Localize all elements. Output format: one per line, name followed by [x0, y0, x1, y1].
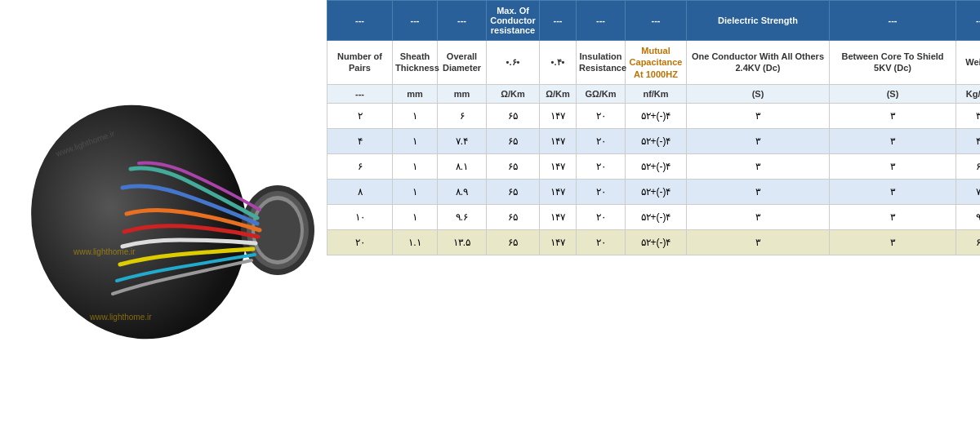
th-col10-mid: Weight: [956, 41, 981, 85]
th-col3-mid: Overall Diameter: [438, 41, 487, 85]
cell-row5-col3: ۶۵: [487, 229, 540, 255]
cell-row4-col6: ۵۲+(-)۴: [626, 204, 687, 229]
cell-row4-col7: ۳: [687, 204, 830, 229]
cell-row1-col1: ۱: [393, 128, 438, 153]
th-col9-top: ---: [830, 1, 956, 41]
cell-row1-col3: ۶۵: [487, 128, 540, 153]
th-col8-top: Dielectric Strength: [687, 1, 830, 41]
table-row: ۱۰۱۹.۶۶۵۱۴۷۲۰۵۲+(-)۴۳۳۹۳: [327, 204, 981, 229]
cell-row4-col0: ۱۰: [327, 204, 393, 229]
cell-row3-col4: ۱۴۷: [540, 179, 577, 204]
th-col8-units: (S): [687, 84, 830, 103]
cell-row5-col5: ۲۰: [577, 229, 626, 255]
cell-row5-col6: ۵۲+(-)۴: [626, 229, 687, 255]
cell-row5-col7: ۳: [687, 229, 830, 255]
th-col6-top: ---: [577, 1, 626, 41]
cell-row5-col8: ۳: [830, 229, 956, 255]
cell-row1-col0: ۴: [327, 128, 393, 153]
cell-row1-col8: ۳: [830, 128, 956, 153]
cell-row3-col8: ۳: [830, 179, 956, 204]
th-col1-top: ---: [327, 1, 393, 41]
cell-row1-col4: ۱۴۷: [540, 128, 577, 153]
cell-row0-col2: ۶: [438, 103, 487, 128]
cell-row3-col3: ۶۵: [487, 179, 540, 204]
header-mid-row: Number of Pairs Sheath Thickness Overall…: [327, 41, 981, 85]
svg-text:www.lighthome.ir: www.lighthome.ir: [73, 247, 136, 256]
cell-row2-col1: ۱: [393, 153, 438, 179]
cell-row0-col0: ۲: [327, 103, 393, 128]
header-top-row: --- --- --- Max. Of Conductor resistance…: [327, 1, 981, 41]
th-col6-units: GΩ/Km: [577, 84, 626, 103]
cable-illustration: www.lighthome.ir www.lighthome.ir www.li…: [8, 91, 318, 353]
th-col3-top: ---: [438, 1, 487, 41]
cell-row0-col8: ۳: [830, 103, 956, 128]
cell-row1-col2: ۷.۴: [438, 128, 487, 153]
th-col5-mid: •.۴•: [540, 41, 577, 85]
table-row: ۸۱۸.۹۶۵۱۴۷۲۰۵۲+(-)۴۳۳۷۷: [327, 179, 981, 204]
cell-row4-col1: ۱: [393, 204, 438, 229]
th-col2-units: mm: [393, 84, 438, 103]
table-row: ۴۱۷.۴۶۵۱۴۷۲۰۵۲+(-)۴۳۳۴۸: [327, 128, 981, 153]
cell-row4-col2: ۹.۶: [438, 204, 487, 229]
cell-row2-col8: ۳: [830, 153, 956, 179]
data-table-panel: --- --- --- Max. Of Conductor resistance…: [327, 0, 980, 444]
table-body: ۲۱۶۶۵۱۴۷۲۰۵۲+(-)۴۳۳۳۰۴۱۷.۴۶۵۱۴۷۲۰۵۲+(-)۴…: [327, 103, 981, 255]
cell-row5-col1: ۱.۱: [393, 229, 438, 255]
cell-row0-col7: ۳: [687, 103, 830, 128]
cell-row2-col7: ۳: [687, 153, 830, 179]
th-col3-units: mm: [438, 84, 487, 103]
cell-row3-col9: ۷۷: [956, 179, 981, 204]
th-col7-mid: Mutual Capacitance At 1000HZ: [626, 41, 687, 85]
cell-row1-col9: ۴۸: [956, 128, 981, 153]
cell-row2-col6: ۵۲+(-)۴: [626, 153, 687, 179]
cell-row5-col4: ۱۴۷: [540, 229, 577, 255]
th-col1-units: ---: [327, 84, 393, 103]
th-col7-top: ---: [626, 1, 687, 41]
table-row: ۲۱۶۶۵۱۴۷۲۰۵۲+(-)۴۳۳۳۰: [327, 103, 981, 128]
cell-row0-col5: ۲۰: [577, 103, 626, 128]
cell-row1-col5: ۲۰: [577, 128, 626, 153]
th-col1-mid: Number of Pairs: [327, 41, 393, 85]
cell-row5-col2: ۱۳.۵: [438, 229, 487, 255]
cell-row0-col3: ۶۵: [487, 103, 540, 128]
header-units-row: --- mm mm Ω/Km Ω/Km GΩ/Km nf/Km (S) (S) …: [327, 84, 981, 103]
th-col7-units: nf/Km: [626, 84, 687, 103]
cell-row0-col4: ۱۴۷: [540, 103, 577, 128]
th-col2-top: ---: [393, 1, 438, 41]
cell-row3-col7: ۳: [687, 179, 830, 204]
svg-text:www.lighthome.ir: www.lighthome.ir: [89, 313, 152, 322]
cell-row1-col6: ۵۲+(-)۴: [626, 128, 687, 153]
th-col4-units: Ω/Km: [487, 84, 540, 103]
cell-row4-col9: ۹۳: [956, 204, 981, 229]
cell-row3-col1: ۱: [393, 179, 438, 204]
cell-row0-col6: ۵۲+(-)۴: [626, 103, 687, 128]
th-col10-units: Kg/Km: [956, 84, 981, 103]
cell-row2-col4: ۱۴۷: [540, 153, 577, 179]
cell-row2-col0: ۶: [327, 153, 393, 179]
cell-row0-col1: ۱: [393, 103, 438, 128]
cell-row2-col9: ۶۲: [956, 153, 981, 179]
th-col9-mid: Between Core To Shield 5KV (Dc): [830, 41, 956, 85]
cell-row3-col6: ۵۲+(-)۴: [626, 179, 687, 204]
cell-row3-col2: ۸.۹: [438, 179, 487, 204]
cell-row2-col2: ۸.۱: [438, 153, 487, 179]
cell-row1-col7: ۳: [687, 128, 830, 153]
th-col5-top: ---: [540, 1, 577, 41]
cell-row4-col3: ۶۵: [487, 204, 540, 229]
cell-row0-col9: ۳۰: [956, 103, 981, 128]
th-col8-mid: One Conductor With All Others 2.4KV (Dc): [687, 41, 830, 85]
th-col2-mid: Sheath Thickness: [393, 41, 438, 85]
cell-row2-col3: ۶۵: [487, 153, 540, 179]
cable-image-panel: www.lighthome.ir www.lighthome.ir www.li…: [0, 0, 327, 444]
cell-row4-col5: ۲۰: [577, 204, 626, 229]
th-col10-top: ---: [956, 1, 981, 41]
th-col4-mid: •.۶•: [487, 41, 540, 85]
th-col9-units: (S): [830, 84, 956, 103]
cell-row5-col9: ۶۸: [956, 229, 981, 255]
cell-row4-col8: ۳: [830, 204, 956, 229]
cell-row3-col5: ۲۰: [577, 179, 626, 204]
th-col5-units: Ω/Km: [540, 84, 577, 103]
th-col6-mid: Insulation Resistance: [577, 41, 626, 85]
table-row: ۶۱۸.۱۶۵۱۴۷۲۰۵۲+(-)۴۳۳۶۲: [327, 153, 981, 179]
th-col4-top: Max. Of Conductor resistance: [487, 1, 540, 41]
